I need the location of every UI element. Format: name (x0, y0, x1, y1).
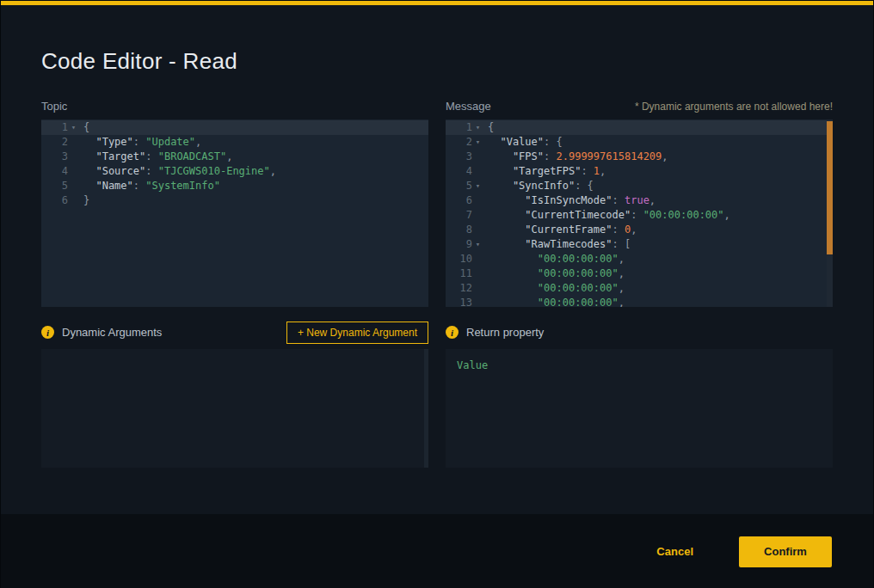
fold-spacer (472, 193, 483, 208)
fold-spacer (472, 266, 483, 281)
line-number: 2 (41, 135, 68, 150)
code-line[interactable]: 8 "CurrentFrame": 0, (446, 223, 833, 237)
code-line[interactable]: 12 "00:00:00:00", (446, 281, 833, 296)
line-number: 6 (446, 193, 472, 208)
line-number-gutter: 3 (41, 150, 79, 164)
code-text[interactable]: { (483, 120, 494, 135)
fold-spacer (472, 150, 483, 164)
line-number: 3 (41, 150, 68, 164)
line-number: 12 (446, 281, 472, 296)
fold-arrow-icon[interactable]: ▾ (472, 135, 483, 150)
line-number: 1 (41, 120, 68, 135)
dynamic-arguments-title-group: Dynamic Arguments (41, 326, 162, 339)
fold-arrow-icon[interactable]: ▾ (472, 120, 483, 135)
fold-spacer (68, 193, 79, 208)
code-text[interactable]: "00:00:00:00", (483, 281, 625, 296)
code-line[interactable]: 1▾{ (41, 120, 428, 135)
code-text[interactable]: "Target": "BROADCAST", (79, 150, 232, 164)
code-line[interactable]: 2 "Type": "Update", (41, 135, 428, 150)
line-number-gutter: 1▾ (41, 120, 79, 135)
dynamic-arguments-panel (41, 349, 428, 468)
code-line[interactable]: 11 "00:00:00:00", (446, 266, 833, 281)
line-number-gutter: 5▾ (446, 179, 483, 193)
code-text[interactable]: "SyncInfo": { (483, 179, 594, 193)
code-line[interactable]: 4 "TargetFPS": 1, (446, 164, 833, 179)
line-number: 13 (446, 296, 472, 307)
code-text[interactable]: "IsInSyncMode": true, (483, 193, 656, 208)
fold-spacer (472, 252, 483, 266)
dynamic-arguments-header: Dynamic Arguments + New Dynamic Argument (41, 321, 428, 344)
message-scrollbar-track[interactable] (827, 119, 833, 307)
code-editor-dialog: Code Editor - Read Topic 1▾{2 "Type": "U… (0, 0, 874, 588)
dynamic-arguments-label: Dynamic Arguments (62, 326, 162, 339)
code-text[interactable]: "Name": "SystemInfo" (79, 179, 220, 193)
return-property-title-group: Return property (446, 326, 544, 339)
line-number: 6 (41, 193, 68, 208)
code-text[interactable]: "TargetFPS": 1, (483, 164, 606, 179)
line-number-gutter: 6 (41, 193, 79, 208)
dialog-body: Code Editor - Read Topic 1▾{2 "Type": "U… (1, 5, 873, 514)
topic-label-row: Topic (41, 97, 428, 113)
line-number-gutter: 1▾ (446, 120, 483, 135)
line-number: 8 (446, 223, 472, 237)
line-number: 7 (446, 208, 472, 223)
fold-spacer (472, 223, 483, 237)
return-property-field[interactable]: Value (446, 349, 833, 468)
code-text[interactable]: "Source": "TJCGWS010-Engine", (79, 164, 276, 179)
code-line[interactable]: 6} (41, 193, 428, 208)
code-line[interactable]: 7 "CurrentTimecode": "00:00:00:00", (446, 208, 833, 223)
line-number-gutter: 4 (41, 164, 79, 179)
code-line[interactable]: 10 "00:00:00:00", (446, 252, 833, 266)
line-number-gutter: 2▾ (446, 135, 483, 150)
code-text[interactable]: { (79, 120, 89, 135)
code-line[interactable]: 5 "Name": "SystemInfo" (41, 179, 428, 193)
code-text[interactable]: "CurrentFrame": 0, (483, 223, 637, 237)
line-number-gutter: 13 (446, 296, 483, 307)
fold-spacer (68, 150, 79, 164)
code-line[interactable]: 6 "IsInSyncMode": true, (446, 193, 833, 208)
code-line[interactable]: 3 "FPS": 2.999997615814209, (446, 150, 833, 164)
code-text[interactable]: "FPS": 2.999997615814209, (483, 150, 668, 164)
code-line[interactable]: 9▾ "RawTimecodes": [ (446, 237, 833, 252)
code-line[interactable]: 1▾{ (446, 120, 833, 135)
line-number: 11 (446, 266, 472, 281)
fold-arrow-icon[interactable]: ▾ (472, 237, 483, 252)
code-text[interactable]: "Value": { (483, 135, 563, 150)
code-line[interactable]: 3 "Target": "BROADCAST", (41, 150, 428, 164)
fold-arrow-icon[interactable]: ▾ (472, 179, 483, 193)
code-text[interactable]: "00:00:00:00", (483, 252, 625, 266)
code-line[interactable]: 5▾ "SyncInfo": { (446, 179, 833, 193)
fold-spacer (472, 296, 483, 307)
message-section: Message * Dynamic arguments are not allo… (446, 97, 833, 468)
line-number-gutter: 9▾ (446, 237, 483, 252)
line-number: 10 (446, 252, 472, 266)
code-text[interactable]: "Type": "Update", (79, 135, 201, 150)
confirm-button[interactable]: Confirm (739, 536, 832, 567)
code-text[interactable]: "CurrentTimecode": "00:00:00:00", (483, 208, 730, 223)
line-number: 1 (446, 120, 472, 135)
message-code-editor[interactable]: 1▾{2▾ "Value": {3 "FPS": 2.9999976158142… (446, 119, 833, 307)
info-icon (41, 326, 54, 339)
cancel-button[interactable]: Cancel (656, 545, 693, 558)
line-number-gutter: 11 (446, 266, 483, 281)
info-icon (446, 326, 459, 339)
topic-section: Topic 1▾{2 "Type": "Update",3 "Target": … (41, 97, 428, 468)
return-property-value[interactable]: Value (457, 359, 488, 371)
code-line[interactable]: 4 "Source": "TJCGWS010-Engine", (41, 164, 428, 179)
topic-code-editor[interactable]: 1▾{2 "Type": "Update",3 "Target": "BROAD… (41, 119, 428, 307)
fold-spacer (472, 208, 483, 223)
code-line[interactable]: 2▾ "Value": { (446, 135, 833, 150)
code-line[interactable]: 13 "00:00:00:00", (446, 296, 833, 307)
fold-spacer (68, 164, 79, 179)
message-scrollbar-thumb[interactable] (827, 121, 833, 254)
line-number-gutter: 3 (446, 150, 483, 164)
code-text[interactable]: } (79, 193, 89, 208)
code-text[interactable]: "00:00:00:00", (483, 296, 625, 307)
code-text[interactable]: "00:00:00:00", (483, 266, 625, 281)
fold-spacer (472, 281, 483, 296)
dynamic-arguments-scrollbar[interactable] (424, 349, 428, 468)
code-text[interactable]: "RawTimecodes": [ (483, 237, 631, 252)
line-number-gutter: 5 (41, 179, 79, 193)
fold-arrow-icon[interactable]: ▾ (68, 120, 79, 135)
new-dynamic-argument-button[interactable]: + New Dynamic Argument (286, 322, 428, 344)
